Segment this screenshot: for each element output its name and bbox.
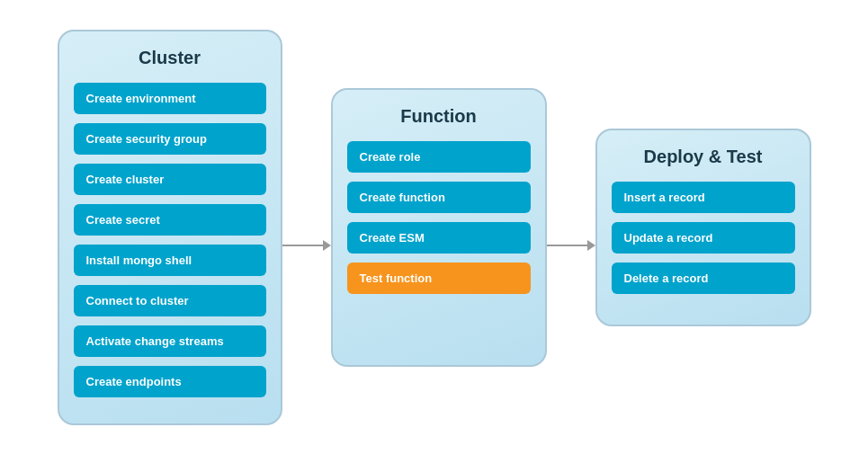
btn-test-function[interactable]: Test function (347, 263, 531, 294)
btn-connect-to-cluster[interactable]: Connect to cluster (74, 285, 266, 316)
arrow-function-to-deploy (547, 240, 595, 251)
deploy-panel: Deploy & Test Insert a record Update a r… (595, 129, 811, 326)
cluster-panel: Cluster Create environment Create securi… (58, 30, 282, 425)
arrow-cluster-to-function (282, 240, 331, 251)
cluster-title: Cluster (139, 48, 201, 68)
deploy-title: Deploy & Test (644, 147, 763, 167)
btn-create-role[interactable]: Create role (347, 141, 531, 173)
btn-create-security-group[interactable]: Create security group (74, 123, 266, 155)
btn-insert-record[interactable]: Insert a record (612, 182, 795, 213)
btn-install-mongo-shell[interactable]: Install mongo shell (74, 245, 266, 276)
btn-create-secret[interactable]: Create secret (74, 204, 266, 236)
function-title: Function (400, 106, 476, 127)
btn-create-cluster[interactable]: Create cluster (74, 164, 266, 195)
diagram: Cluster Create environment Create securi… (40, 12, 829, 443)
btn-create-endpoints[interactable]: Create endpoints (74, 366, 266, 397)
btn-activate-change-streams[interactable]: Activate change streams (74, 325, 266, 357)
btn-create-environment[interactable]: Create environment (74, 83, 266, 114)
btn-create-esm[interactable]: Create ESM (347, 222, 531, 254)
btn-update-record[interactable]: Update a record (612, 222, 795, 254)
function-panel: Function Create role Create function Cre… (331, 88, 547, 367)
btn-delete-record[interactable]: Delete a record (612, 263, 795, 294)
btn-create-function[interactable]: Create function (347, 182, 531, 213)
